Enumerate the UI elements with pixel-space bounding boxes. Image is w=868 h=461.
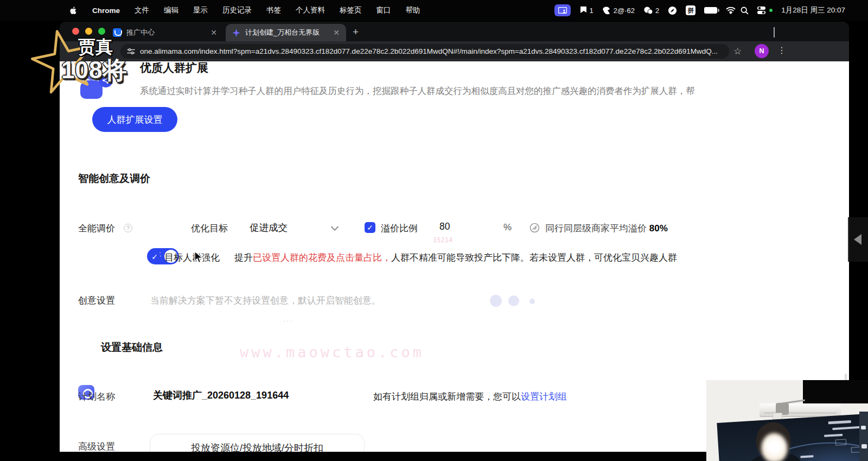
help-icon[interactable]: ? — [124, 224, 132, 232]
audience-expand-icon — [79, 71, 114, 100]
address-bar[interactable]: one.alimama.com/index.html?spm=a21dvs.28… — [120, 44, 729, 59]
presentation-board — [717, 413, 868, 461]
chevron-down-icon[interactable] — [331, 223, 339, 231]
diagnose-icon — [529, 223, 540, 233]
optimize-goal-label: 优化目标 — [191, 222, 228, 235]
screen: Chrome 文件编辑显示历史记录书签个人资料标签页窗口帮助 1 2@·62 2 — [0, 0, 868, 461]
section-title-smart: 智能创意及调价 — [78, 172, 150, 186]
audience-description: 系统通过实时计算并学习种子人群的用户特征及历史行为，挖掘跟种子人群成交行为相似度… — [140, 85, 695, 97]
menu-item-8[interactable]: 窗口 — [376, 5, 391, 15]
url-text: one.alimama.com/index.html?spm=a21dvs.28… — [140, 47, 718, 55]
dark-monitor — [803, 380, 868, 403]
macos-menu-bar: Chrome 文件编辑显示历史记录书签个人资料标签页窗口帮助 1 2@·62 2 — [0, 0, 868, 21]
new-tab-button[interactable]: + — [353, 26, 359, 38]
tab-strip: 推广中心 ✕ 计划创建_万相台无界版 ✕ + — [60, 22, 849, 41]
optimize-goal-select[interactable]: 促进成交 — [250, 221, 288, 234]
share-icon — [99, 73, 113, 87]
menu-item-9[interactable]: 帮助 — [406, 5, 420, 15]
target-audience-note-red: 已设置人群的花费及点击量占比， — [253, 252, 391, 263]
creative-settings-label: 创意设置 — [78, 294, 115, 307]
menu-item-2[interactable]: 编辑 — [164, 5, 178, 15]
webcam-overlay — [706, 380, 868, 461]
chrome-menu-icon[interactable]: ⋮ — [777, 45, 786, 55]
side-screen-edge — [859, 412, 868, 461]
premium-ratio-label: 溢价比例 — [381, 222, 418, 235]
site-watermark: www.maowctao.com — [240, 344, 424, 361]
chat-count: 2 — [655, 7, 659, 15]
tab-close-icon[interactable]: ✕ — [333, 28, 340, 37]
target-audience-checkbox[interactable]: ✓ — [149, 251, 160, 262]
fullscreen-window-button[interactable] — [98, 28, 105, 35]
loading-dot — [508, 295, 519, 306]
loading-dot — [490, 295, 502, 307]
percent-unit: % — [503, 222, 512, 233]
spark-favicon — [232, 29, 240, 37]
menu-item-5[interactable]: 书签 — [266, 5, 281, 15]
menu-app-name[interactable]: Chrome — [92, 7, 120, 15]
tab-title: 计划创建_万相台无界版 — [245, 28, 320, 37]
chat-status-icon[interactable]: 2 — [643, 7, 659, 15]
screen-share-icon[interactable] — [554, 4, 571, 16]
recorder-count: 1 — [590, 7, 593, 15]
tab-title: 推广中心 — [126, 28, 155, 37]
meter-text: 2@·62 — [614, 7, 635, 15]
target-audience-note: 提升已设置人群的花费及点击量占比，人群不精准可能导致投产比下降。若未设置人群，可… — [234, 251, 677, 264]
browser-toolbar: one.alimama.com/index.html?spm=a21dvs.28… — [60, 41, 849, 61]
profile-avatar[interactable]: N — [755, 44, 769, 58]
apple-menu-icon[interactable] — [69, 5, 78, 16]
menu-item-6[interactable]: 个人资料 — [296, 5, 325, 15]
omni-bid-label: 全能调价 — [78, 222, 115, 235]
section-title-basic: 设置基础信息 — [101, 340, 163, 355]
battery-icon[interactable] — [704, 7, 717, 14]
menubar-items: 文件编辑显示历史记录书签个人资料标签页窗口帮助 — [135, 5, 420, 15]
audience-expand-settings-button[interactable]: 人群扩展设置 — [92, 107, 177, 132]
close-window-button[interactable] — [72, 28, 79, 35]
premium-ratio-checkbox[interactable]: ✓ — [365, 222, 375, 233]
spotlight-search-icon[interactable] — [741, 7, 749, 15]
menubar-datetime: 1月28日 周三 20:07 — [781, 5, 845, 15]
side-drawer-collapsed[interactable] — [848, 217, 868, 262]
plan-group-note: 如有计划组归属或新增需要，您可以设置计划组 — [373, 390, 567, 403]
loading-dot — [529, 299, 535, 304]
menu-item-3[interactable]: 显示 — [193, 5, 208, 15]
peer-premium-text: 同行同层级商家平均溢价 80% — [545, 222, 668, 235]
plan-name-label: 计划名称 — [78, 390, 115, 403]
peer-premium-value: 80% — [649, 223, 668, 233]
wifi-icon[interactable] — [726, 7, 732, 14]
status-green-dot — [769, 9, 773, 12]
tab-plan-create[interactable]: 计划创建_万相台无界版 ✕ — [226, 24, 346, 41]
creative-settings-note: 当前解决方案下暂不支持设置创意，默认开启智能创意。 — [150, 294, 381, 307]
advanced-settings-label: 高级设置 — [78, 440, 115, 452]
compass-icon[interactable] — [668, 6, 677, 15]
arrow-left-icon — [854, 234, 861, 245]
advanced-settings-value: 投放资源位/投放地域/分时折扣 — [150, 441, 364, 452]
site-settings-icon[interactable] — [127, 48, 135, 55]
menu-item-7[interactable]: 标签页 — [340, 5, 362, 15]
air-conditioner — [760, 403, 841, 417]
menu-item-1[interactable]: 文件 — [135, 5, 149, 15]
input-method-icon[interactable]: 拼 — [686, 5, 695, 15]
tab-close-icon[interactable]: ✕ — [210, 28, 217, 37]
window-controls — [72, 28, 105, 35]
advanced-settings-box[interactable]: 投放资源位/投放地域/分时折扣 — [150, 434, 365, 452]
set-plan-group-link[interactable]: 设置计划组 — [521, 391, 567, 402]
minimize-window-button[interactable] — [85, 28, 92, 35]
control-center-icon[interactable] — [757, 7, 773, 15]
bookmark-star-icon[interactable]: ☆ — [733, 46, 742, 57]
tab-search-chevron-icon[interactable] — [774, 27, 780, 34]
plan-name-value[interactable]: 关键词推广_20260128_191644 — [153, 389, 289, 402]
premium-ratio-input[interactable]: 80 — [439, 221, 450, 232]
target-audience-label: 目标人群强化 — [164, 251, 220, 264]
menu-item-4[interactable]: 历史记录 — [222, 5, 252, 15]
faint-ellipsis: ··· — [283, 317, 293, 325]
section-title-audience: 优质人群扩展 — [140, 61, 208, 75]
taobao-favicon — [113, 28, 122, 37]
mouse-cursor — [194, 251, 203, 266]
id-watermark: 15214 — [433, 236, 452, 244]
meter-status-icon[interactable]: 2@·62 — [602, 7, 635, 15]
recorder-status-icon[interactable]: 1 — [579, 6, 593, 15]
tab-promotion-center[interactable]: 推广中心 ✕ — [106, 24, 224, 41]
